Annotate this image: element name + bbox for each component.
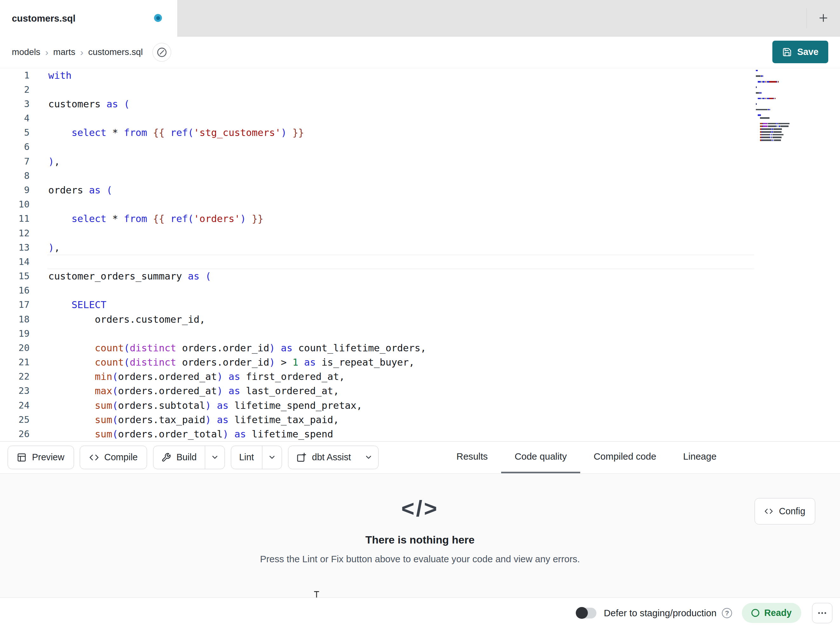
dbt-assist-dropdown-button[interactable]: [359, 446, 378, 469]
code-line[interactable]: 8: [0, 169, 840, 183]
minimap-line: [756, 103, 805, 106]
code-line[interactable]: 15customer_orders_summary as (: [0, 269, 840, 283]
code-line[interactable]: 16: [0, 283, 840, 297]
line-number: 22: [0, 369, 30, 384]
line-number: 8: [0, 169, 30, 183]
code-line[interactable]: 10: [0, 197, 840, 212]
new-tab-area: [806, 8, 831, 28]
tab-customers-sql[interactable]: customers.sql: [0, 0, 177, 37]
help-icon[interactable]: ?: [722, 608, 732, 618]
line-number: 26: [0, 427, 30, 441]
minimap-line: [756, 136, 805, 139]
code-line[interactable]: 6: [0, 140, 840, 154]
dbt-assist-button[interactable]: dbt Assist: [288, 446, 359, 469]
new-tab-button[interactable]: [815, 10, 831, 26]
code-line[interactable]: 12: [0, 226, 840, 240]
code-line[interactable]: 17 SELECT: [0, 297, 840, 312]
code-line[interactable]: 19: [0, 327, 840, 341]
minimap-line: [756, 75, 805, 78]
code-line[interactable]: 22 min(orders.ordered_at) as first_order…: [0, 369, 840, 384]
unsaved-changes-dot: [154, 14, 162, 22]
code-line[interactable]: 14: [0, 255, 840, 269]
code-line[interactable]: 26 sum(orders.order_total) as lifetime_s…: [0, 427, 840, 441]
line-number: 23: [0, 384, 30, 398]
minimap-line: [756, 139, 805, 142]
line-number: 12: [0, 226, 30, 240]
code-line[interactable]: 18 orders.customer_id,: [0, 312, 840, 327]
file-actions-button[interactable]: [152, 43, 171, 62]
code-line[interactable]: 11 select * from {{ ref('orders') }}: [0, 212, 840, 226]
line-number: 17: [0, 297, 30, 312]
code-line[interactable]: 23 max(orders.ordered_at) as last_ordere…: [0, 384, 840, 398]
code-area[interactable]: 1with23customers as (45 select * from {{…: [0, 68, 840, 441]
line-number: 15: [0, 269, 30, 283]
save-button[interactable]: Save: [772, 41, 828, 63]
result-tab-results[interactable]: Results: [443, 441, 501, 473]
minimap-line: [756, 86, 805, 89]
line-number: 14: [0, 255, 30, 269]
assist-sparkle-icon: [296, 452, 306, 462]
code-line[interactable]: 24 sum(orders.subtotal) as lifetime_spen…: [0, 398, 840, 413]
dbt-ide-window: customers.sql models › marts › customers…: [0, 0, 840, 628]
build-button[interactable]: Build: [153, 446, 205, 469]
line-number: 2: [0, 82, 30, 97]
minimap[interactable]: [756, 69, 805, 142]
breadcrumb: models › marts › customers.sql Save: [0, 36, 840, 68]
code-line[interactable]: 21 count(distinct orders.order_id) > 1 a…: [0, 355, 840, 369]
minimap-line: [756, 114, 805, 117]
minimap-line: [756, 122, 805, 125]
more-options-button[interactable]: [812, 603, 832, 623]
code-line[interactable]: 2: [0, 82, 840, 97]
wrench-icon: [161, 452, 171, 462]
result-tab-code-quality[interactable]: Code quality: [501, 441, 580, 473]
table-icon: [17, 452, 26, 462]
code-editor[interactable]: 1with23customers as (45 select * from {{…: [0, 68, 840, 441]
config-button[interactable]: Config: [755, 498, 815, 524]
build-dropdown-button[interactable]: [205, 446, 224, 469]
empty-state: </> There is nothing here Press the Lint…: [0, 474, 840, 565]
breadcrumb-marts[interactable]: marts: [53, 47, 76, 57]
breadcrumb-models[interactable]: models: [12, 47, 40, 57]
result-tabs: ResultsCode qualityCompiled codeLineage: [443, 441, 730, 473]
empty-state-subtitle: Press the Lint or Fix button above to ev…: [260, 554, 580, 565]
line-number: 24: [0, 398, 30, 413]
lint-button[interactable]: Lint: [231, 446, 262, 469]
line-number: 3: [0, 97, 30, 111]
tab-bar-empty-area: [177, 0, 840, 36]
code-line[interactable]: 13),: [0, 240, 840, 255]
code-line[interactable]: 3customers as (: [0, 97, 840, 111]
lint-button-group: Lint: [231, 446, 282, 469]
minimap-line: [756, 69, 805, 72]
code-line[interactable]: 1with: [0, 68, 840, 82]
code-line[interactable]: 25 sum(orders.tax_paid) as lifetime_tax_…: [0, 413, 840, 427]
code-line[interactable]: 20 count(distinct orders.order_id) as co…: [0, 341, 840, 355]
status-bar-right: Defer to staging/production ? Ready: [577, 603, 840, 623]
minimap-line: [756, 94, 805, 97]
lint-dropdown-button[interactable]: [262, 446, 282, 469]
code-line[interactable]: 9orders as (: [0, 183, 840, 197]
defer-toggle[interactable]: [577, 607, 597, 619]
minimap-line: [756, 108, 805, 111]
line-number: 5: [0, 125, 30, 140]
code-line[interactable]: 7),: [0, 154, 840, 169]
dbt-assist-button-group: dbt Assist: [288, 446, 379, 469]
compile-button[interactable]: Compile: [80, 446, 147, 469]
build-button-group: Build: [153, 446, 225, 469]
code-line[interactable]: 4: [0, 111, 840, 125]
toggle-knob: [576, 607, 587, 619]
code-slash-icon: </>: [401, 497, 439, 520]
result-tab-lineage[interactable]: Lineage: [670, 441, 730, 473]
chevron-down-icon: [364, 453, 373, 462]
line-number: 9: [0, 183, 30, 197]
line-number: 16: [0, 283, 30, 297]
code-line[interactable]: 5 select * from {{ ref('stg_customers') …: [0, 125, 840, 140]
preview-button[interactable]: Preview: [8, 446, 74, 469]
minimap-line: [756, 128, 805, 131]
plus-icon: [818, 12, 829, 24]
result-tab-compiled-code[interactable]: Compiled code: [580, 441, 670, 473]
status-ring-icon: [752, 609, 759, 617]
unsaved-dot-center: [156, 16, 160, 20]
minimap-line: [756, 125, 805, 128]
status-label: Ready: [764, 607, 792, 618]
minimap-line: [756, 78, 805, 81]
